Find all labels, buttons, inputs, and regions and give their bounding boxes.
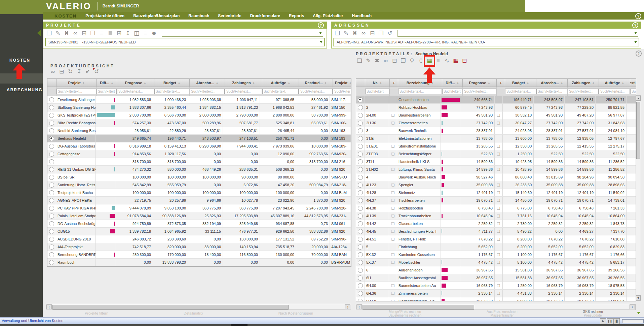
folder-open-icon[interactable]: ❒ xyxy=(377,30,385,37)
cost-row[interactable]: 3T.E01❏Starkstrominstallatione13 265,55❏… xyxy=(356,142,636,150)
row-radio[interactable] xyxy=(49,152,54,157)
sidebar-collapse-icon[interactable] xyxy=(37,30,41,36)
details-horizontal-scrollbar[interactable]: ⟨ ⟩ xyxy=(356,304,636,310)
print-icon[interactable]: ⊟ xyxy=(58,68,65,75)
row-radio[interactable] xyxy=(358,275,363,281)
column-header-restbud...[interactable]: Restbud...▲ xyxy=(299,79,333,87)
row-radio[interactable] xyxy=(358,152,363,157)
zoom-search-icon[interactable]: ⚲ xyxy=(408,57,416,65)
row-radio[interactable] xyxy=(358,260,363,265)
filter-input-auftr-ge[interactable] xyxy=(262,89,299,94)
cost-row[interactable]: 5X.37❏Möbeltischler4 475,42❏5 100,004 47… xyxy=(356,259,636,266)
column-header-abrechn...[interactable]: Abrechn...▲ xyxy=(536,79,568,87)
row-radio[interactable] xyxy=(49,214,54,219)
project-row[interactable]: Stallburg Sanierung Ho1 883 307,662 355 … xyxy=(47,104,351,111)
row-radio[interactable] xyxy=(358,128,363,133)
help-icon[interactable]: ? xyxy=(318,22,324,28)
calculator-highlighted-icon[interactable]: ▦ xyxy=(426,57,433,65)
cost-row[interactable]: 4H.37❏Tischlerarbeiten19 070,71❏14 450,0… xyxy=(356,197,636,204)
project-row[interactable]: DG-Ausbau Sechskrüg924 750,89872 573,358… xyxy=(47,220,351,228)
filter-input-bezeichnung[interactable] xyxy=(398,89,442,94)
project-row[interactable]: Erweiterung Stallunger1 082 583,381 000 … xyxy=(47,96,351,104)
column-header-abrechn...[interactable]: Abrechn...▲ xyxy=(190,79,225,87)
scroll-down-icon[interactable]: ▼ xyxy=(636,295,641,300)
binoculars-icon[interactable]: ∞ xyxy=(382,57,389,65)
menu-item-bauzeitplan-umsatzplan[interactable]: Bauzeitplan/Umsatzplan xyxy=(133,13,180,18)
help-icon[interactable]: ? xyxy=(635,13,641,19)
scroll-right-icon[interactable]: ⟩ xyxy=(630,304,635,309)
edit-icon[interactable]: ✎ xyxy=(365,57,372,65)
row-radio[interactable] xyxy=(49,128,54,133)
row-radio[interactable] xyxy=(49,121,54,126)
column-header-auftr-ge[interactable]: Aufträge▲ xyxy=(599,79,630,87)
scrollbar-thumb[interactable] xyxy=(636,102,640,159)
project-row[interactable]: Berechnung BANDBRE230 300,00170 000,0018… xyxy=(47,251,351,259)
confirm-check-icon[interactable]: ✔ xyxy=(84,68,91,75)
project-row[interactable]: GKS TestprojekTESTPR2 838 700,006 566 70… xyxy=(47,111,351,119)
project-row[interactable]: Sanierung Histor. Reits545 842,99555 959… xyxy=(47,181,351,189)
menu-item-druckformulare[interactable]: Druckformulare xyxy=(250,13,280,18)
cost-row[interactable]: 3T.EElektroinstallationen13 788,0513 600… xyxy=(356,135,636,142)
row-radio[interactable] xyxy=(49,260,54,265)
print-icon[interactable]: ⊟ xyxy=(80,30,88,37)
euro-icon[interactable]: € xyxy=(417,57,424,65)
column-header-zahlungen[interactable]: Zahlungen▲ xyxy=(225,79,262,87)
cost-row[interactable]: 6H.00❏Baumeisterarbeiten Au16 063,79❏1 2… xyxy=(356,282,636,290)
scrollbar-thumb[interactable] xyxy=(363,305,474,309)
cost-row[interactable]: Gesamtbaukosten249 665,74196 440,71243 5… xyxy=(356,96,636,104)
row-radio[interactable] xyxy=(49,252,54,257)
row-radio[interactable] xyxy=(49,167,54,172)
addresses-filter-combobox[interactable] xyxy=(397,30,638,37)
row-radio[interactable] xyxy=(358,144,363,149)
row-radio[interactable] xyxy=(358,159,363,164)
row-radio[interactable] xyxy=(49,175,54,180)
row-radio[interactable] xyxy=(358,121,363,126)
filter-input-auftr-ge[interactable] xyxy=(599,89,630,94)
detail-matrix-button[interactable]: Detailmatrix xyxy=(184,311,203,315)
cost-row[interactable]: 4H.42❏Glaserarbeiten2 259,32❏2 730,002 2… xyxy=(356,220,636,228)
row-radio[interactable] xyxy=(358,229,363,234)
row-radio[interactable] xyxy=(358,283,363,288)
play-icon[interactable]: ▶ xyxy=(600,318,606,324)
column-header-auftr-ge[interactable]: Aufträge▲ xyxy=(262,79,299,87)
column-header-nr.[interactable]: Nr.▲ xyxy=(365,79,390,87)
row-radio[interactable] xyxy=(358,244,363,250)
scroll-left-icon[interactable]: ⟨ xyxy=(46,304,52,309)
document-icon[interactable]: ≣ xyxy=(107,30,114,37)
menu-item-kosten[interactable]: KOSTEN xyxy=(54,13,77,19)
project-row[interactable]: AUSBILDUNG 2018246 883,72238 390,600,001… xyxy=(47,235,351,243)
row-radio[interactable] xyxy=(49,105,54,110)
history-undo-flagged-icon[interactable]: ↺ xyxy=(93,68,100,75)
folder-open-icon[interactable]: ❒ xyxy=(400,57,407,65)
cost-row[interactable]: 3Bauwerk-Technik28 387,9124 028,9528 387… xyxy=(356,127,636,135)
row-radio[interactable] xyxy=(358,299,363,301)
menu-item-allg-platzhalter[interactable]: Allg. Platzhalter xyxy=(313,13,343,18)
row-radio[interactable] xyxy=(358,291,363,296)
scrollbar-thumb[interactable] xyxy=(52,305,289,309)
project-row[interactable]: OBG151 339 782,181 064 965,9233 111,1547… xyxy=(47,228,351,235)
row-radio[interactable] xyxy=(49,136,54,141)
row-radio[interactable] xyxy=(49,113,54,118)
project-row[interactable]: 318 700,00318 700,000,000,000,00318 700,… xyxy=(47,158,351,166)
cost-row[interactable]: 5Einrichtung5 652,096 200,005 652,095 65… xyxy=(356,243,636,251)
project-row[interactable]: Büro Rechte Bahngass574 257,30473 687,00… xyxy=(47,119,351,127)
column-header--[interactable]: + xyxy=(390,79,398,87)
column-header-zahlungen[interactable]: Zahlungen▲ xyxy=(568,79,599,87)
column-header--[interactable]: + xyxy=(497,79,505,87)
list-icon[interactable]: ≡ xyxy=(434,57,442,65)
binoculars-icon[interactable]: ∞ xyxy=(49,68,56,75)
column-header-projekt[interactable]: Projekt▲ xyxy=(56,79,97,87)
project-row[interactable]: REIS 31 Umbau DG SF474 270,32530 000,004… xyxy=(47,166,351,173)
column-header-prognose[interactable]: Prognose▲ xyxy=(117,79,154,87)
stop-icon[interactable]: █ xyxy=(613,318,620,324)
menu-item-reports[interactable]: Reports xyxy=(289,13,304,18)
column-header-diff...[interactable]: Diff...▲ xyxy=(442,79,463,87)
refresh-icon[interactable]: ↻ xyxy=(67,68,74,75)
column-header-diff...[interactable]: Diff...▲ xyxy=(97,79,117,87)
row-radio[interactable] xyxy=(49,144,54,149)
upload-icon[interactable]: ↥ xyxy=(124,30,131,37)
row-radio[interactable] xyxy=(358,221,363,226)
row-radio[interactable] xyxy=(49,190,54,195)
row-radio[interactable] xyxy=(358,175,363,180)
details-footer-button-gks-rechnen[interactable]: GKS rechnenPreisupdate xyxy=(583,310,603,317)
